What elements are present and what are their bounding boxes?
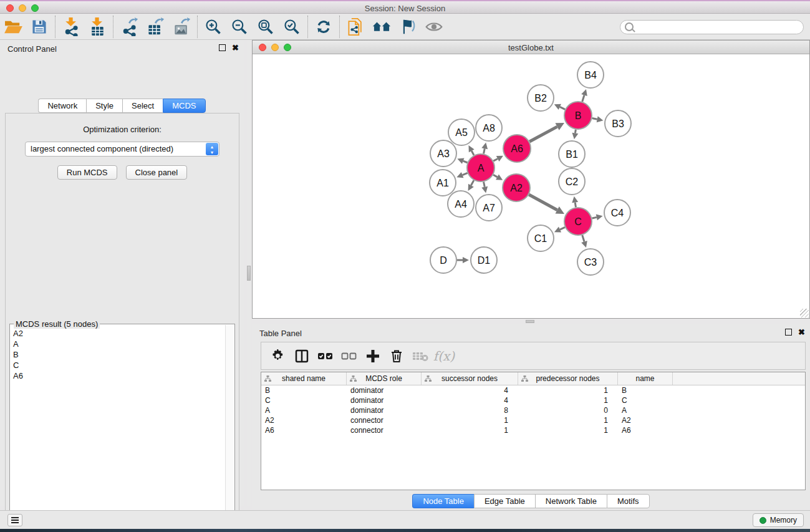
resize-grip-icon[interactable] [800, 309, 809, 317]
tab-edge-table[interactable]: Edge Table [474, 494, 535, 508]
desktop-wallpaper-strip [0, 529, 810, 532]
table-cell: 0 [518, 405, 618, 415]
table-row[interactable]: Cdominator41C [261, 395, 805, 405]
toolbar-separator [55, 16, 55, 38]
tab-motifs[interactable]: Motifs [607, 494, 650, 508]
edge-A-A4[interactable] [471, 180, 473, 185]
table-row[interactable]: A2connector11A2 [261, 415, 805, 425]
edge-B-B1[interactable] [575, 130, 576, 133]
edge-A-A5[interactable] [471, 151, 474, 155]
refresh-icon[interactable] [311, 16, 337, 37]
horizontal-splitter[interactable] [526, 320, 534, 323]
table-row[interactable]: Bdominator41B [261, 385, 805, 395]
zoom-in-icon[interactable] [200, 16, 226, 37]
arrowhead-icon [581, 241, 587, 248]
column-header-name[interactable]: name [618, 372, 673, 385]
edge-B-B4[interactable] [582, 95, 584, 102]
edge-A-A2[interactable] [493, 175, 497, 177]
edge-A-A1[interactable] [463, 173, 468, 175]
result-item[interactable]: A [11, 339, 225, 349]
edge-A-A6[interactable] [493, 158, 498, 161]
edge-B-B3[interactable] [592, 118, 597, 120]
float-table-panel-icon[interactable] [785, 329, 792, 336]
result-scrollbar[interactable] [225, 325, 234, 532]
zoom-out-icon[interactable] [226, 16, 253, 37]
zoom-selected-icon[interactable] [279, 16, 305, 37]
flag-icon[interactable] [395, 16, 421, 37]
tab-network[interactable]: Network [38, 99, 86, 113]
network-graph[interactable]: B4B2BB3A5A8A6A3B1AA1C2A2A4A7C4CC1C3DD1 [253, 54, 809, 318]
close-panel-icon[interactable]: ✖ [232, 44, 239, 51]
edge-C-C3[interactable] [582, 235, 584, 242]
tab-style[interactable]: Style [86, 99, 122, 113]
network-window-titlebar: testGlobe.txt [253, 41, 809, 54]
import-table-icon[interactable] [84, 16, 110, 37]
table-cell: A [618, 405, 673, 415]
close-table-panel-icon[interactable]: ✖ [798, 329, 805, 336]
table-cell: 8 [422, 405, 518, 415]
result-item[interactable]: B [11, 349, 225, 360]
table-row[interactable]: Adominator80A [261, 405, 805, 415]
delete-column-icon[interactable] [385, 346, 408, 366]
memory-button[interactable]: Memory [753, 513, 804, 527]
float-panel-icon[interactable] [219, 44, 226, 51]
tab-mcds[interactable]: MCDS [163, 99, 205, 113]
node-label-A2: A2 [510, 183, 523, 193]
edge-A-A8[interactable] [484, 148, 485, 153]
toolbar-separator [197, 16, 198, 38]
new-network-from-selection-icon[interactable] [342, 16, 369, 37]
table-cell: A6 [261, 425, 347, 435]
edge-A2-C[interactable] [529, 195, 557, 210]
zoom-fit-icon[interactable] [253, 16, 279, 37]
show-panels-button[interactable] [7, 514, 22, 526]
mcds-result-title: MCDS result (5 nodes) [14, 319, 100, 329]
edge-C-C4[interactable] [592, 217, 596, 218]
run-mcds-button[interactable]: Run MCDS [57, 165, 117, 180]
edge-C-C1[interactable] [560, 227, 565, 230]
arrowhead-icon [572, 133, 578, 140]
export-image-icon[interactable] [168, 16, 195, 37]
result-item[interactable]: A2 [11, 328, 225, 339]
tab-network-table[interactable]: Network Table [535, 494, 607, 508]
criterion-dropdown[interactable]: largest connected component (directed) ▲… [25, 142, 219, 157]
gear-icon[interactable] [266, 346, 290, 366]
node-label-D: D [440, 255, 447, 266]
edge-A-A7[interactable] [484, 182, 485, 187]
edge-B-B2[interactable] [560, 107, 565, 109]
export-table-icon[interactable] [142, 16, 168, 37]
result-item[interactable]: A6 [11, 370, 225, 381]
node-table[interactable]: shared nameMCDS rolesuccessor nodesprede… [261, 372, 806, 490]
deselect-all-icon[interactable] [337, 346, 361, 366]
table-header-row: shared nameMCDS rolesuccessor nodesprede… [261, 372, 805, 385]
add-column-icon[interactable] [361, 346, 385, 366]
edge-C-C2[interactable] [575, 203, 576, 208]
edge-A6-B[interactable] [529, 127, 557, 142]
table-panel: Table Panel ✖ [252, 324, 810, 509]
column-header-shared-name[interactable]: shared name [261, 372, 347, 385]
mcds-result-list[interactable]: A2ABCA6 [11, 328, 225, 532]
select-all-icon[interactable] [314, 346, 337, 366]
delete-table-icon[interactable] [408, 346, 432, 366]
select-columns-icon[interactable] [290, 346, 314, 366]
save-icon[interactable] [26, 16, 52, 37]
edge-A-A3[interactable] [463, 161, 468, 163]
vertical-splitter[interactable] [247, 40, 251, 506]
column-header-MCDS-role[interactable]: MCDS role [347, 372, 422, 385]
tab-select[interactable]: Select [122, 99, 163, 113]
table-row[interactable]: A6connector11A6 [261, 425, 805, 435]
first-neighbors-icon[interactable] [369, 16, 395, 37]
column-header-predecessor-nodes[interactable]: predecessor nodes [518, 372, 618, 385]
node-label-C1: C1 [534, 233, 547, 244]
export-network-icon[interactable] [116, 16, 142, 37]
result-item[interactable]: C [11, 360, 225, 370]
tab-node-table[interactable]: Node Table [412, 494, 474, 508]
show-hide-icon[interactable] [421, 16, 447, 37]
network-canvas[interactable]: B4B2BB3A5A8A6A3B1AA1C2A2A4A7C4CC1C3DD1 [253, 54, 809, 318]
table-cell: connector [347, 415, 422, 425]
import-network-icon[interactable] [58, 16, 84, 37]
column-header-successor-nodes[interactable]: successor nodes [422, 372, 518, 385]
open-folder-icon[interactable] [0, 16, 26, 37]
function-builder-icon[interactable]: f(x) [433, 349, 455, 364]
search-input[interactable] [620, 20, 804, 34]
close-panel-button[interactable]: Close panel [126, 165, 188, 180]
